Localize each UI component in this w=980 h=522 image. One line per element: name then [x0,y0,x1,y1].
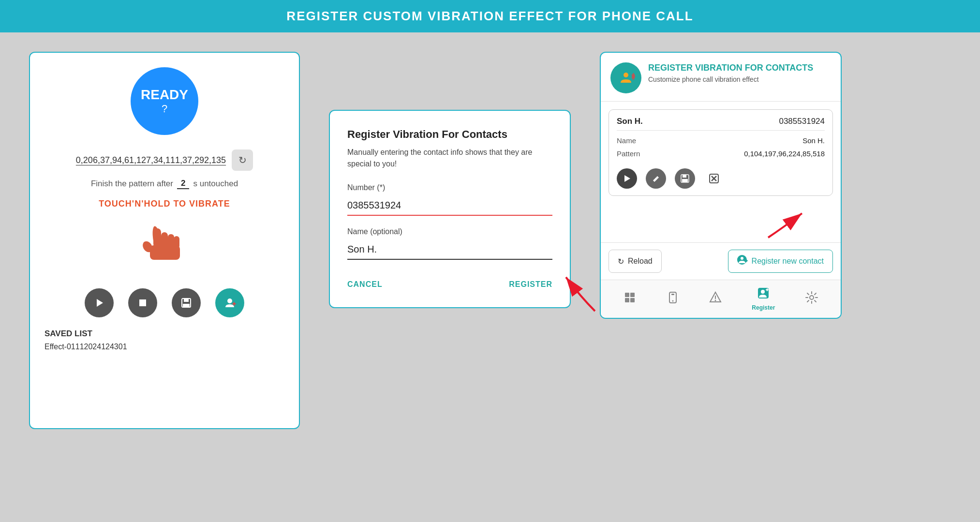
home-icon [624,291,636,307]
svg-marker-7 [97,299,103,307]
svg-point-12 [227,298,232,303]
svg-point-43 [810,296,814,299]
reload-button[interactable]: ↻ Reload [609,250,662,273]
pattern-row: 0,206,37,94,61,127,34,111,37,292,135 ↻ [45,149,284,171]
save-button[interactable] [172,288,201,317]
left-panel: READY ? 0,206,37,94,61,127,34,111,37,292… [29,52,300,429]
play-button[interactable] [85,288,114,317]
svg-rect-14 [234,302,235,306]
contact-card-header: Son H. 0385531924 [617,117,825,131]
svg-rect-29 [746,260,747,262]
reload-label: Reload [628,257,653,266]
svg-rect-32 [625,298,629,302]
register-contact-icon [737,255,748,268]
finish-seconds: 2 [177,179,189,189]
svg-point-27 [741,257,743,260]
name-field-label: Name [617,136,636,145]
right-panel-header: REGISTER VIBRATION FOR CONTACTS Customiz… [601,53,841,102]
svg-rect-1 [153,228,161,248]
dialog-title: Register Vibration For Contacts [347,128,552,141]
pattern-text: 0,206,37,94,61,127,34,111,37,292,135 [76,155,226,165]
svg-rect-21 [682,179,688,182]
finish-row: Finish the pattern after 2 s untouched [91,179,238,189]
ready-circle: READY ? [131,67,198,135]
contact-edit-button[interactable] [646,168,666,189]
settings-icon [805,291,818,307]
contact-play-button[interactable] [617,168,637,189]
register-new-label: Register new contact [752,257,824,266]
contact-card: Son H. 0385531924 Name Son H. Pattern 0,… [609,109,833,196]
right-header-text: REGISTER VIBRATION FOR CONTACTS Customiz… [648,62,813,83]
right-header-subtitle: Customize phone call vibration effect [648,75,813,83]
svg-point-17 [624,73,628,77]
device-icon [667,291,679,307]
saved-list-label: SAVED LIST [45,329,92,339]
refresh-button[interactable]: ↻ [232,149,253,171]
svg-rect-10 [184,298,189,302]
contacts-button[interactable] [215,288,244,317]
name-label: Name (optional) [347,227,552,236]
svg-rect-30 [625,293,629,297]
arrow-area [601,204,841,242]
reload-icon: ↻ [618,257,624,266]
finish-label: Finish the pattern after [91,179,173,189]
svg-point-40 [761,290,765,294]
svg-rect-37 [715,296,716,299]
control-buttons [85,288,244,317]
dialog-actions: CANCEL REGISTER [347,276,552,293]
arrow-to-dialog [551,268,609,318]
svg-point-36 [672,300,673,302]
name-field-value: Son H. [802,136,825,145]
register-dialog: Register Vibration For Contacts Manually… [329,110,571,308]
contact-save-button[interactable] [675,168,695,189]
svg-rect-20 [683,175,686,178]
right-panel: REGISTER VIBRATION FOR CONTACTS Customiz… [600,52,842,319]
contact-phone-heading: 0385531924 [779,117,825,126]
main-content: READY ? 0,206,37,94,61,127,34,111,37,292… [0,32,980,520]
finish-suffix: s untouched [193,179,238,189]
nav-item-settings[interactable] [805,291,818,307]
svg-rect-5 [150,245,180,260]
touch-hold-label: TOUCH'N'HOLD TO VIBRATE [99,199,230,209]
contact-name-row: Name Son H. [617,136,825,145]
number-input[interactable] [347,196,552,216]
right-bottom-buttons: ↻ Reload Register new contact [601,242,841,280]
nav-item-home[interactable] [624,291,636,307]
contact-pattern-row: Pattern 0,104,197,96,224,85,518 [617,149,825,158]
nav-item-register[interactable]: Register [752,287,775,311]
svg-marker-18 [624,175,630,182]
nav-item-alert[interactable] [709,291,722,307]
ready-label: READY [141,87,188,103]
page-header: REGISTER CUSTOM VIBRATION EFFECT FOR PHO… [0,0,980,32]
hand-icon [143,219,186,274]
number-label: Number (*) [347,183,552,192]
stop-button[interactable] [128,288,157,317]
register-nav-label: Register [752,304,775,311]
svg-rect-8 [139,299,146,306]
svg-point-38 [714,300,716,301]
svg-rect-11 [183,304,190,307]
nav-item-device[interactable] [667,291,679,307]
right-header-icon [610,62,641,93]
register-icon [757,287,770,302]
register-button[interactable]: REGISTER [509,276,552,293]
saved-item: Effect-01112024124301 [45,343,127,351]
svg-rect-31 [630,293,635,297]
dialog-subtitle: Manually entering the contact info shows… [347,147,552,170]
name-input[interactable] [347,240,552,260]
ready-question: ? [162,103,167,115]
dialog-wrapper: Register Vibration For Contacts Manually… [329,71,571,308]
register-new-contact-button[interactable]: Register new contact [728,250,833,273]
contact-name-heading: Son H. [617,117,643,126]
pattern-field-value: 0,104,197,96,224,85,518 [744,149,825,158]
svg-rect-42 [767,288,768,291]
right-header-title: REGISTER VIBRATION FOR CONTACTS [648,62,813,74]
cancel-button[interactable]: CANCEL [347,276,383,293]
contact-delete-button[interactable] [704,168,724,189]
alert-icon [709,291,722,307]
svg-rect-35 [671,294,674,295]
pattern-field-label: Pattern [617,149,640,158]
header-title: REGISTER CUSTOM VIBRATION EFFECT FOR PHO… [286,9,693,23]
contact-action-buttons [617,164,825,189]
bottom-nav: Register [601,280,841,318]
